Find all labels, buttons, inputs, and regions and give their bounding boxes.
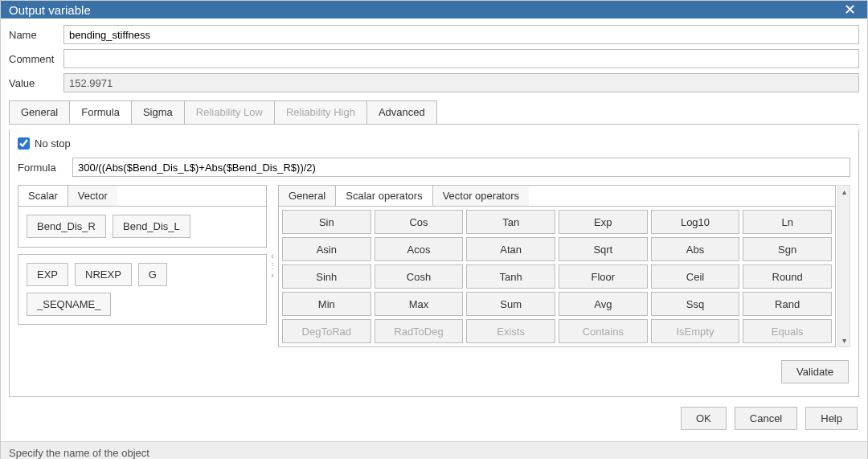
op-button-radtodeg[interactable]: RadToDeg: [375, 319, 464, 343]
panels: Scalar Vector Bend_Dis_R Bend_Dis_L EXP …: [18, 185, 850, 347]
ok-button[interactable]: OK: [681, 407, 727, 430]
tab-sigma[interactable]: Sigma: [131, 100, 185, 124]
dialog: Output variable ✕ Name Comment Value Gen…: [0, 0, 868, 459]
var-box-bottom: EXP NREXP G _SEQNAME_: [18, 254, 267, 325]
op-button-degtorad[interactable]: DegToRad: [282, 319, 371, 343]
scroll-down-icon[interactable]: ▾: [841, 334, 848, 346]
var-chip[interactable]: NREXP: [75, 263, 132, 286]
op-button-avg[interactable]: Avg: [559, 292, 648, 316]
ops-tab-vector[interactable]: Vector operators: [433, 186, 529, 206]
ops-tab-scalar[interactable]: Scalar operators: [336, 186, 432, 206]
var-tabs: Scalar Vector: [18, 186, 266, 207]
var-chip[interactable]: _SEQNAME_: [27, 293, 111, 316]
op-button-min[interactable]: Min: [282, 292, 371, 316]
dialog-title: Output variable: [9, 3, 91, 17]
tab-reliability-low: Reliability Low: [184, 100, 275, 124]
name-input[interactable]: [63, 25, 859, 44]
op-button-acos[interactable]: Acos: [375, 237, 464, 261]
scrollbar[interactable]: ▴ ▾: [837, 185, 850, 347]
formula-row: Formula: [18, 158, 850, 177]
op-button-abs[interactable]: Abs: [651, 237, 740, 261]
op-button-max[interactable]: Max: [375, 292, 464, 316]
var-chip[interactable]: Bend_Dis_L: [113, 215, 190, 238]
op-button-cos[interactable]: Cos: [375, 210, 464, 234]
var-box-top: Bend_Dis_R Bend_Dis_L: [18, 207, 266, 247]
comment-row: Comment: [9, 49, 859, 68]
op-button-equals[interactable]: Equals: [743, 319, 832, 343]
scroll-up-icon[interactable]: ▴: [841, 186, 848, 198]
status-bar: Specify the name of the object: [1, 441, 867, 459]
op-button-floor[interactable]: Floor: [559, 264, 648, 289]
name-label: Name: [9, 29, 57, 41]
operators-panel: General Scalar operators Vector operator…: [278, 185, 850, 347]
op-button-contains[interactable]: Contains: [559, 319, 648, 343]
op-button-ln[interactable]: Ln: [743, 210, 832, 234]
op-button-asin[interactable]: Asin: [282, 237, 371, 261]
ops-wrap: General Scalar operators Vector operator…: [278, 185, 836, 347]
op-button-tan[interactable]: Tan: [466, 210, 555, 234]
op-button-log10[interactable]: Log10: [651, 210, 740, 234]
var-chip[interactable]: Bend_Dis_R: [27, 215, 106, 238]
variables-panel: Scalar Vector Bend_Dis_R Bend_Dis_L EXP …: [18, 185, 267, 347]
op-button-atan[interactable]: Atan: [466, 237, 555, 261]
no-stop-label: No stop: [35, 137, 71, 150]
var-tab-scalar[interactable]: Scalar: [18, 186, 68, 206]
tab-formula[interactable]: Formula: [69, 100, 132, 124]
dots-icon: ⋮: [268, 262, 276, 270]
op-button-sin[interactable]: Sin: [282, 210, 371, 234]
ops-tab-general[interactable]: General: [279, 186, 336, 206]
chevron-right-icon[interactable]: ›: [271, 272, 273, 280]
var-chip[interactable]: EXP: [27, 263, 68, 286]
tab-reliability-high: Reliability High: [274, 100, 367, 124]
op-button-rand[interactable]: Rand: [743, 292, 832, 316]
var-chip[interactable]: G: [138, 263, 167, 286]
formula-input[interactable]: [72, 158, 850, 177]
value-row: Value: [9, 73, 859, 92]
op-button-ssq[interactable]: Ssq: [651, 292, 740, 316]
validate-button[interactable]: Validate: [781, 360, 849, 383]
help-button[interactable]: Help: [805, 407, 858, 430]
op-button-sinh[interactable]: Sinh: [282, 264, 371, 289]
formula-label: Formula: [18, 162, 66, 174]
titlebar: Output variable ✕: [1, 1, 867, 18]
ops-grid: SinCosTanExpLog10LnAsinAcosAtanSqrtAbsSg…: [278, 207, 836, 347]
main-tabs: General Formula Sigma Reliability Low Re…: [9, 100, 859, 125]
value-input: [63, 73, 859, 92]
value-label: Value: [9, 77, 57, 89]
tab-general[interactable]: General: [9, 100, 70, 124]
cancel-button[interactable]: Cancel: [735, 407, 797, 430]
no-stop-checkbox[interactable]: [18, 137, 30, 150]
splitter[interactable]: ‹ ⋮ ›: [268, 185, 276, 347]
op-button-cosh[interactable]: Cosh: [375, 264, 464, 289]
comment-label: Comment: [9, 53, 57, 65]
name-row: Name: [9, 25, 859, 44]
var-tab-vector[interactable]: Vector: [68, 186, 117, 206]
op-button-sum[interactable]: Sum: [466, 292, 555, 316]
op-button-sgn[interactable]: Sgn: [743, 237, 832, 261]
chevron-left-icon[interactable]: ‹: [271, 252, 273, 260]
op-button-sqrt[interactable]: Sqrt: [559, 237, 648, 261]
validate-row: Validate: [18, 355, 850, 388]
op-button-exists[interactable]: Exists: [466, 319, 555, 343]
comment-input[interactable]: [63, 49, 859, 68]
ops-tabs: General Scalar operators Vector operator…: [278, 185, 836, 207]
op-button-round[interactable]: Round: [743, 264, 832, 289]
dialog-buttons: OK Cancel Help: [9, 402, 859, 435]
op-button-tanh[interactable]: Tanh: [466, 264, 555, 289]
op-button-exp[interactable]: Exp: [559, 210, 648, 234]
op-button-ceil[interactable]: Ceil: [651, 264, 740, 289]
no-stop-row: No stop: [18, 137, 850, 150]
formula-tab-body: No stop Formula Scalar Vector Bend_Dis_R: [9, 129, 859, 397]
tab-advanced[interactable]: Advanced: [366, 100, 437, 124]
close-icon[interactable]: ✕: [841, 1, 859, 18]
op-button-isempty[interactable]: IsEmpty: [651, 319, 740, 343]
content: Name Comment Value General Formula Sigma…: [1, 18, 867, 441]
